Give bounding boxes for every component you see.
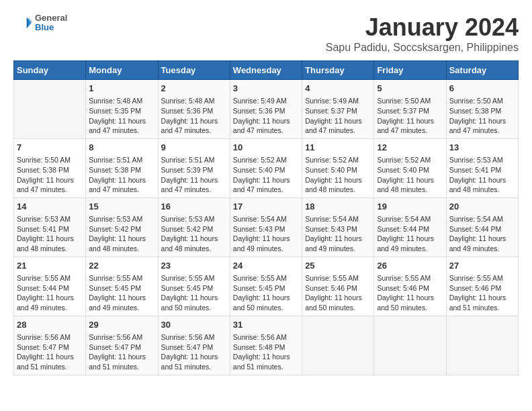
calendar-cell: 31Sunrise: 5:56 AM Sunset: 5:48 PM Dayli… xyxy=(230,316,302,375)
calendar-week-row: 7Sunrise: 5:50 AM Sunset: 5:38 PM Daylig… xyxy=(14,138,519,197)
day-info: Sunrise: 5:55 AM Sunset: 5:45 PM Dayligh… xyxy=(89,273,154,313)
day-info: Sunrise: 5:56 AM Sunset: 5:47 PM Dayligh… xyxy=(89,332,154,372)
day-number: 24 xyxy=(233,260,299,272)
calendar-week-row: 1Sunrise: 5:48 AM Sunset: 5:35 PM Daylig… xyxy=(14,80,519,139)
calendar-cell: 6Sunrise: 5:50 AM Sunset: 5:38 PM Daylig… xyxy=(446,80,518,139)
weekday-header: Friday xyxy=(374,61,446,80)
calendar-cell: 18Sunrise: 5:54 AM Sunset: 5:43 PM Dayli… xyxy=(302,197,374,257)
logo-blue-text: Blue xyxy=(35,23,67,32)
calendar-cell: 22Sunrise: 5:55 AM Sunset: 5:45 PM Dayli… xyxy=(86,257,158,316)
day-info: Sunrise: 5:56 AM Sunset: 5:48 PM Dayligh… xyxy=(233,332,299,372)
day-info: Sunrise: 5:52 AM Sunset: 5:40 PM Dayligh… xyxy=(233,155,299,195)
calendar-cell: 12Sunrise: 5:52 AM Sunset: 5:40 PM Dayli… xyxy=(374,138,446,197)
calendar-cell: 26Sunrise: 5:55 AM Sunset: 5:46 PM Dayli… xyxy=(374,257,446,316)
calendar-cell: 2Sunrise: 5:48 AM Sunset: 5:36 PM Daylig… xyxy=(158,80,230,139)
calendar-table: SundayMondayTuesdayWednesdayThursdayFrid… xyxy=(13,60,519,375)
calendar-cell: 30Sunrise: 5:56 AM Sunset: 5:47 PM Dayli… xyxy=(158,316,230,375)
svg-marker-1 xyxy=(28,17,32,27)
calendar-cell: 3Sunrise: 5:49 AM Sunset: 5:36 PM Daylig… xyxy=(230,80,302,139)
day-number: 12 xyxy=(377,142,443,154)
calendar-cell: 14Sunrise: 5:53 AM Sunset: 5:41 PM Dayli… xyxy=(14,197,86,257)
calendar-cell xyxy=(374,316,446,375)
day-info: Sunrise: 5:54 AM Sunset: 5:44 PM Dayligh… xyxy=(377,214,443,254)
day-number: 3 xyxy=(233,83,299,95)
calendar-cell xyxy=(14,80,86,139)
day-info: Sunrise: 5:53 AM Sunset: 5:42 PM Dayligh… xyxy=(89,214,154,254)
logo-icon xyxy=(13,13,32,32)
calendar-cell: 24Sunrise: 5:55 AM Sunset: 5:45 PM Dayli… xyxy=(230,257,302,316)
page-subtitle: Sapu Padidu, Soccsksargen, Philippines xyxy=(326,42,519,54)
calendar-cell: 9Sunrise: 5:51 AM Sunset: 5:39 PM Daylig… xyxy=(158,138,230,197)
day-number: 1 xyxy=(89,83,154,95)
calendar-cell: 27Sunrise: 5:55 AM Sunset: 5:46 PM Dayli… xyxy=(446,257,518,316)
day-info: Sunrise: 5:48 AM Sunset: 5:36 PM Dayligh… xyxy=(161,96,227,136)
day-number: 13 xyxy=(449,142,515,154)
day-info: Sunrise: 5:49 AM Sunset: 5:36 PM Dayligh… xyxy=(233,96,299,136)
day-info: Sunrise: 5:54 AM Sunset: 5:43 PM Dayligh… xyxy=(233,214,299,254)
page-header: General Blue January 2024 Sapu Padidu, S… xyxy=(13,13,519,54)
day-number: 15 xyxy=(89,201,154,213)
day-info: Sunrise: 5:55 AM Sunset: 5:45 PM Dayligh… xyxy=(233,273,299,313)
calendar-cell: 28Sunrise: 5:56 AM Sunset: 5:47 PM Dayli… xyxy=(14,316,86,375)
calendar-week-row: 14Sunrise: 5:53 AM Sunset: 5:41 PM Dayli… xyxy=(14,197,519,257)
day-number: 25 xyxy=(305,260,371,272)
weekday-header: Monday xyxy=(86,61,158,80)
weekday-header-row: SundayMondayTuesdayWednesdayThursdayFrid… xyxy=(14,61,519,80)
day-info: Sunrise: 5:52 AM Sunset: 5:40 PM Dayligh… xyxy=(377,155,443,195)
calendar-cell: 29Sunrise: 5:56 AM Sunset: 5:47 PM Dayli… xyxy=(86,316,158,375)
calendar-cell: 15Sunrise: 5:53 AM Sunset: 5:42 PM Dayli… xyxy=(86,197,158,257)
day-number: 21 xyxy=(17,260,83,272)
day-info: Sunrise: 5:50 AM Sunset: 5:38 PM Dayligh… xyxy=(449,96,515,136)
day-number: 20 xyxy=(449,201,515,213)
day-info: Sunrise: 5:55 AM Sunset: 5:46 PM Dayligh… xyxy=(377,273,443,313)
day-number: 27 xyxy=(449,260,515,272)
day-info: Sunrise: 5:53 AM Sunset: 5:41 PM Dayligh… xyxy=(17,214,83,254)
calendar-cell: 5Sunrise: 5:50 AM Sunset: 5:37 PM Daylig… xyxy=(374,80,446,139)
day-info: Sunrise: 5:56 AM Sunset: 5:47 PM Dayligh… xyxy=(17,332,83,372)
calendar-cell: 7Sunrise: 5:50 AM Sunset: 5:38 PM Daylig… xyxy=(14,138,86,197)
calendar-cell: 23Sunrise: 5:55 AM Sunset: 5:45 PM Dayli… xyxy=(158,257,230,316)
calendar-cell xyxy=(302,316,374,375)
calendar-cell: 21Sunrise: 5:55 AM Sunset: 5:44 PM Dayli… xyxy=(14,257,86,316)
day-number: 9 xyxy=(161,142,227,154)
day-info: Sunrise: 5:55 AM Sunset: 5:46 PM Dayligh… xyxy=(305,273,371,313)
day-info: Sunrise: 5:53 AM Sunset: 5:41 PM Dayligh… xyxy=(449,155,515,195)
day-number: 11 xyxy=(305,142,371,154)
day-number: 31 xyxy=(233,319,299,331)
logo: General Blue xyxy=(13,13,67,33)
calendar-cell xyxy=(446,316,518,375)
day-info: Sunrise: 5:54 AM Sunset: 5:43 PM Dayligh… xyxy=(305,214,371,254)
day-number: 2 xyxy=(161,83,227,95)
day-number: 22 xyxy=(89,260,154,272)
day-info: Sunrise: 5:51 AM Sunset: 5:38 PM Dayligh… xyxy=(89,155,154,195)
day-number: 5 xyxy=(377,83,443,95)
day-info: Sunrise: 5:50 AM Sunset: 5:37 PM Dayligh… xyxy=(377,96,443,136)
day-number: 17 xyxy=(233,201,299,213)
day-info: Sunrise: 5:50 AM Sunset: 5:38 PM Dayligh… xyxy=(17,155,83,195)
weekday-header: Saturday xyxy=(446,61,518,80)
title-block: January 2024 Sapu Padidu, Soccsksargen, … xyxy=(326,13,519,54)
day-info: Sunrise: 5:49 AM Sunset: 5:37 PM Dayligh… xyxy=(305,96,371,136)
day-number: 30 xyxy=(161,319,227,331)
day-number: 14 xyxy=(17,201,83,213)
day-number: 16 xyxy=(161,201,227,213)
day-info: Sunrise: 5:55 AM Sunset: 5:45 PM Dayligh… xyxy=(161,273,227,313)
calendar-cell: 25Sunrise: 5:55 AM Sunset: 5:46 PM Dayli… xyxy=(302,257,374,316)
calendar-cell: 4Sunrise: 5:49 AM Sunset: 5:37 PM Daylig… xyxy=(302,80,374,139)
calendar-cell: 8Sunrise: 5:51 AM Sunset: 5:38 PM Daylig… xyxy=(86,138,158,197)
calendar-cell: 19Sunrise: 5:54 AM Sunset: 5:44 PM Dayli… xyxy=(374,197,446,257)
day-number: 8 xyxy=(89,142,154,154)
day-number: 19 xyxy=(377,201,443,213)
calendar-week-row: 21Sunrise: 5:55 AM Sunset: 5:44 PM Dayli… xyxy=(14,257,519,316)
page-title: January 2024 xyxy=(326,13,519,42)
day-info: Sunrise: 5:52 AM Sunset: 5:40 PM Dayligh… xyxy=(305,155,371,195)
day-number: 18 xyxy=(305,201,371,213)
day-number: 26 xyxy=(377,260,443,272)
day-info: Sunrise: 5:55 AM Sunset: 5:46 PM Dayligh… xyxy=(449,273,515,313)
logo-general-text: General xyxy=(35,13,67,23)
day-number: 6 xyxy=(449,83,515,95)
calendar-week-row: 28Sunrise: 5:56 AM Sunset: 5:47 PM Dayli… xyxy=(14,316,519,375)
day-info: Sunrise: 5:56 AM Sunset: 5:47 PM Dayligh… xyxy=(161,332,227,372)
calendar-cell: 11Sunrise: 5:52 AM Sunset: 5:40 PM Dayli… xyxy=(302,138,374,197)
calendar-cell: 13Sunrise: 5:53 AM Sunset: 5:41 PM Dayli… xyxy=(446,138,518,197)
